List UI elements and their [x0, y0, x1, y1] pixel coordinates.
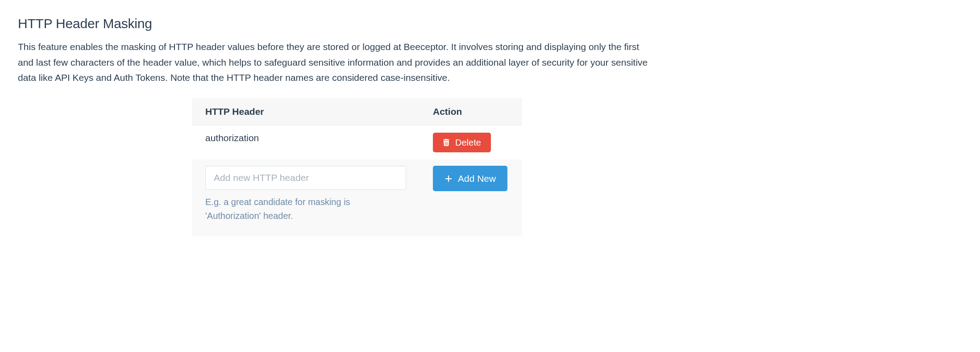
new-header-input[interactable]	[205, 166, 406, 190]
column-header-http-header: HTTP Header	[192, 98, 419, 126]
header-name-cell: authorization	[192, 125, 419, 159]
header-masking-table: HTTP Header Action authorization Delete	[192, 98, 522, 236]
column-header-action: Action	[419, 98, 522, 126]
trash-icon	[443, 139, 450, 146]
delete-button[interactable]: Delete	[433, 133, 491, 152]
add-new-button[interactable]: Add New	[433, 166, 507, 191]
add-row: E.g. a great candidate for masking is 'A…	[192, 159, 522, 236]
help-text: E.g. a great candidate for masking is 'A…	[205, 195, 393, 223]
plus-icon	[444, 175, 453, 183]
delete-button-label: Delete	[455, 137, 481, 148]
table-row: authorization Delete	[192, 125, 522, 159]
add-new-button-label: Add New	[458, 173, 496, 184]
section-description: This feature enables the masking of HTTP…	[18, 39, 652, 86]
section-title: HTTP Header Masking	[18, 16, 665, 31]
